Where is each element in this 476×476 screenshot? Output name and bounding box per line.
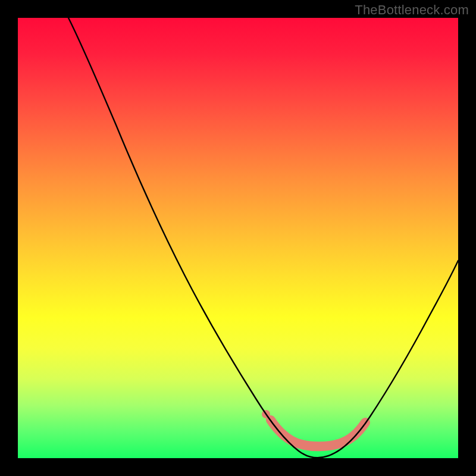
watermark-text: TheBottleneck.com <box>355 2 469 18</box>
heatmap-background <box>18 18 458 458</box>
chart-frame: TheBottleneck.com <box>0 0 476 476</box>
